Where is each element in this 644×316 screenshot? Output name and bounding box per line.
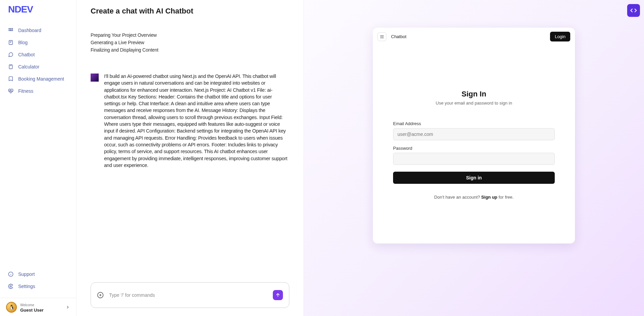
- sidebar: NDEV Dashboard Blog Chatbot Calculator B…: [0, 0, 76, 316]
- svg-point-9: [10, 286, 11, 287]
- user-name: Guest User: [20, 308, 43, 313]
- info-icon: [8, 271, 13, 277]
- password-input[interactable]: [393, 153, 555, 165]
- heart-icon: [8, 88, 13, 94]
- status-line: Finalizing and Displaying Content: [91, 47, 289, 53]
- nav-dashboard[interactable]: Dashboard: [0, 24, 76, 36]
- nav-label: Chatbot: [18, 52, 35, 57]
- status-line: Preparing Your Project Overview: [91, 32, 289, 38]
- center-column: Create a chat with AI Chatbot Preparing …: [76, 0, 304, 316]
- nav-calculator[interactable]: Calculator: [0, 61, 76, 73]
- svg-point-0: [9, 28, 10, 29]
- nav-label: Blog: [18, 40, 28, 45]
- chat-icon: [8, 52, 13, 57]
- send-button[interactable]: [273, 290, 283, 300]
- nav-main: Dashboard Blog Chatbot Calculator Bookin…: [0, 18, 76, 263]
- nav-settings[interactable]: Settings: [0, 280, 76, 292]
- svg-point-2: [12, 28, 13, 29]
- nav-blog[interactable]: Blog: [0, 36, 76, 49]
- user-menu[interactable]: 🐧 Welcome Guest User: [0, 298, 76, 316]
- password-label: Password: [393, 146, 555, 151]
- svg-point-5: [12, 30, 13, 31]
- svg-rect-4: [10, 30, 11, 31]
- nav-label: Calculator: [18, 64, 39, 69]
- prompt-input[interactable]: [109, 292, 267, 298]
- svg-point-3: [9, 30, 10, 31]
- signup-tail: for free.: [497, 195, 514, 200]
- preview-body: Sign In Use your email and password to s…: [373, 46, 575, 243]
- nav-label: Booking Management: [18, 76, 64, 82]
- calculator-icon: [8, 64, 13, 69]
- svg-point-1: [10, 28, 11, 29]
- email-label: Email Address: [393, 121, 555, 126]
- user-welcome: Welcome: [20, 303, 34, 307]
- nav-support[interactable]: Support: [0, 268, 76, 280]
- ai-message-text: I'll build an AI-powered chatbot using N…: [104, 73, 289, 169]
- preview-card: Chatbot Login Sign In Use your email and…: [373, 28, 575, 243]
- nav-label: Fitness: [18, 88, 33, 94]
- nav-chatbot[interactable]: Chatbot: [0, 49, 76, 61]
- signin-heading: Sign In: [461, 90, 486, 98]
- signup-prompt: Don't have an account?: [434, 195, 481, 200]
- menu-button[interactable]: [378, 32, 386, 41]
- ai-message-row: I'll build an AI-powered chatbot using N…: [91, 73, 289, 169]
- blog-icon: [8, 40, 13, 45]
- add-attachment-button[interactable]: [97, 292, 104, 298]
- nav-booking[interactable]: Booking Management: [0, 73, 76, 85]
- signin-subtitle: Use your email and password to sign in: [436, 100, 512, 106]
- code-toggle-button[interactable]: [627, 4, 640, 17]
- preview-pane: Chatbot Login Sign In Use your email and…: [304, 0, 644, 316]
- avatar: 🐧: [6, 302, 17, 313]
- email-input[interactable]: [393, 128, 555, 140]
- prompt-box: [91, 282, 289, 308]
- brand-logo: NDEV: [0, 0, 76, 18]
- preview-header: Chatbot Login: [373, 28, 575, 46]
- status-list: Preparing Your Project Overview Generati…: [91, 32, 289, 53]
- nav-footer: Support Settings: [0, 263, 76, 298]
- grid-icon: [8, 28, 13, 33]
- nav-label: Support: [18, 271, 35, 277]
- login-button[interactable]: Login: [550, 32, 570, 41]
- nav-fitness[interactable]: Fitness: [0, 85, 76, 97]
- status-line: Generating a Live Preview: [91, 40, 289, 45]
- signup-line: Don't have an account? Sign up for free.: [434, 195, 514, 200]
- preview-title: Chatbot: [391, 34, 407, 39]
- gear-icon: [8, 284, 13, 289]
- book-icon: [8, 76, 13, 82]
- signup-link[interactable]: Sign up: [481, 195, 497, 200]
- signin-button[interactable]: Sign in: [393, 172, 555, 184]
- nav-label: Settings: [18, 284, 35, 289]
- ai-avatar-icon: [91, 74, 99, 82]
- chevron-right-icon: [65, 305, 70, 310]
- page-title: Create a chat with AI Chatbot: [91, 7, 289, 16]
- nav-label: Dashboard: [18, 28, 41, 33]
